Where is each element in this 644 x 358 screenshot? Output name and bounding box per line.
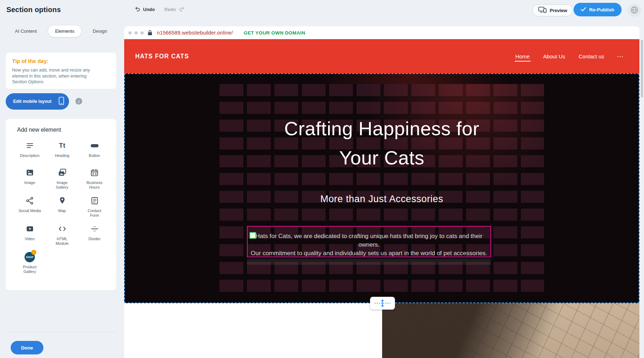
redo-label: Redo — [164, 7, 176, 12]
element-item-html-module[interactable]: HTML Module — [46, 223, 78, 246]
element-item-contact-form[interactable]: Contact Form — [78, 195, 111, 218]
page-scrollbar-thumb[interactable] — [641, 40, 643, 98]
video-icon — [25, 223, 35, 234]
hero-title[interactable]: Crafting Happiness for Your Cats — [124, 114, 639, 172]
website-builder-app: Section options Undo Redo Preview Re-Pub… — [0, 0, 644, 358]
tab-elements[interactable]: Elements — [48, 25, 82, 37]
preview-label: Preview — [550, 8, 567, 13]
republish-button[interactable]: Re-Publish — [574, 3, 622, 16]
divider-icon — [89, 223, 100, 234]
element-item-description[interactable]: Description — [14, 140, 46, 162]
preview-button[interactable]: Preview — [532, 4, 573, 16]
element-item-video[interactable]: Video — [14, 223, 46, 246]
heading-icon: Tt — [57, 140, 68, 151]
element-item-social-media[interactable]: Social Media — [14, 195, 46, 218]
contact-form-icon — [89, 195, 100, 206]
nav-contact-us[interactable]: Contact us — [578, 51, 605, 62]
element-item-heading[interactable]: Tt Heading — [46, 140, 78, 162]
site-url: n1566589.websitebuilder.online/ — [157, 30, 233, 36]
element-item-button[interactable]: Button — [78, 140, 111, 162]
image-gallery-icon — [57, 167, 68, 178]
redo-icon — [179, 6, 185, 13]
next-section-spacer — [124, 303, 382, 358]
hero-section[interactable]: Crafting Happiness for Your Cats More th… — [124, 73, 639, 303]
page-title: Section options — [6, 6, 61, 14]
upgrade-badge-icon: ↑ — [31, 250, 36, 255]
hero-subtitle[interactable]: More than Just Accessories — [124, 194, 639, 205]
tip-title: Tip of the day: — [12, 58, 110, 64]
sidebar-tabs: AI Content Elements Design — [6, 24, 116, 38]
topbar: Section options Undo Redo Preview Re-Pub… — [0, 0, 644, 21]
nav-about-us[interactable]: About Us — [543, 51, 566, 62]
nav-home[interactable]: Home — [515, 51, 530, 62]
edit-mobile-label: Edit mobile layout — [13, 99, 52, 104]
republish-label: Re-Publish — [589, 7, 614, 12]
mobile-layout-row: Edit mobile layout i — [6, 93, 116, 110]
edit-mobile-layout-button[interactable]: Edit mobile layout — [6, 93, 69, 110]
info-button[interactable]: i — [75, 98, 82, 105]
element-item-product-gallery[interactable]: SHOP ↑ Product Gallery — [14, 252, 46, 274]
globe-icon — [630, 6, 639, 15]
undo-label: Undo — [143, 7, 155, 12]
element-grid: Description Tt Heading Button Ima — [14, 140, 111, 274]
text-element-shadow — [247, 259, 491, 265]
window-dots — [128, 31, 144, 35]
business-hours-icon — [89, 167, 100, 178]
site-nav: Home About Us Contact us ⋯ — [515, 39, 624, 73]
site-header: HATS FOR CATS Home About Us Contact us ⋯ — [124, 39, 639, 73]
get-domain-link[interactable]: GET YOUR OWN DOMAIN — [244, 30, 305, 36]
sidebar-divider — [6, 332, 116, 332]
tip-of-the-day-card: Tip of the day: Now you can add, move an… — [6, 53, 116, 89]
done-button[interactable]: Done — [11, 341, 43, 354]
element-item-image-gallery[interactable]: Image Gallery — [46, 167, 78, 190]
button-icon — [89, 140, 100, 151]
site-logo: HATS FOR CATS — [135, 52, 189, 60]
add-element-panel: Add new element Description Tt Heading — [6, 119, 116, 290]
lock-icon — [148, 30, 152, 37]
devices-icon — [538, 7, 547, 14]
element-item-business-hours[interactable]: Business Hours — [78, 167, 111, 190]
element-item-divider[interactable]: Divider — [78, 223, 111, 246]
element-item-map[interactable]: Map — [46, 195, 78, 218]
image-icon — [25, 167, 35, 178]
social-media-icon — [25, 195, 35, 206]
selected-text-element[interactable]: Hats for Cats, we are dedicated to craft… — [247, 226, 491, 257]
description-icon — [25, 140, 35, 151]
phone-icon — [59, 97, 64, 106]
language-globe-button[interactable] — [628, 4, 641, 17]
browser-bar: n1566589.websitebuilder.online/ GET YOUR… — [124, 26, 639, 39]
redo-button[interactable]: Redo — [164, 6, 185, 13]
html-code-icon — [57, 223, 68, 234]
element-resize-handle[interactable] — [249, 232, 256, 239]
undo-button[interactable]: Undo — [134, 6, 155, 13]
hero-body-text: Hats for Cats, we are dedicated to craft… — [248, 232, 490, 258]
undo-icon — [134, 6, 141, 13]
section-height-resize-handle[interactable] — [370, 297, 395, 310]
tip-body: Now you can add, move and resize any ele… — [12, 67, 102, 85]
product-gallery-shop-icon: SHOP ↑ — [25, 252, 35, 262]
add-element-title: Add new element — [17, 127, 116, 133]
check-icon — [581, 7, 586, 12]
map-pin-icon — [57, 195, 68, 206]
tab-ai-content[interactable]: AI Content — [14, 25, 38, 37]
next-section-image[interactable] — [382, 303, 639, 358]
nav-more-menu[interactable]: ⋯ — [617, 53, 624, 60]
element-item-image[interactable]: Image — [14, 167, 46, 190]
tab-design[interactable]: Design — [91, 25, 109, 37]
